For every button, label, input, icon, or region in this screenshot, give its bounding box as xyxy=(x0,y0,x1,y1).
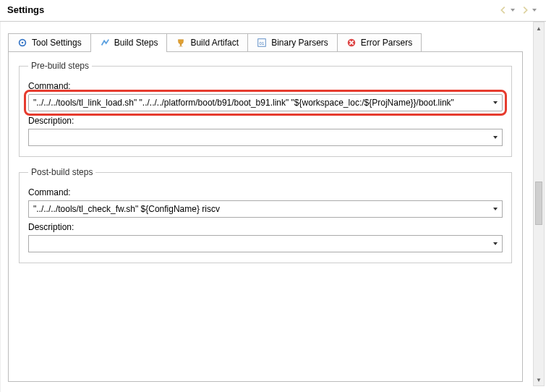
chevron-down-icon xyxy=(532,7,537,13)
post-build-legend: Post-build steps xyxy=(28,167,95,177)
svg-text:01: 01 xyxy=(260,41,265,46)
tab-error-parsers[interactable]: Error Parsers xyxy=(337,33,422,51)
arrow-left-icon xyxy=(498,5,508,15)
tab-build-steps[interactable]: Build Steps xyxy=(90,33,168,51)
pre-build-legend: Pre-build steps xyxy=(28,61,92,71)
chevron-down-icon[interactable] xyxy=(489,135,502,140)
tab-binary-parsers[interactable]: 01 Binary Parsers xyxy=(247,33,338,51)
vertical-scrollbar[interactable]: ▲ ▼ xyxy=(533,22,545,386)
page-title: Settings xyxy=(7,4,44,15)
nav-back-button[interactable] xyxy=(497,4,517,17)
post-build-description-label: Description: xyxy=(28,222,503,232)
scroll-down-icon[interactable]: ▼ xyxy=(534,374,544,385)
post-build-command-label: Command: xyxy=(28,187,503,197)
post-build-description-input[interactable] xyxy=(29,239,489,249)
tab-tool-settings[interactable]: Tool Settings xyxy=(8,33,91,51)
scroll-up-icon[interactable]: ▲ xyxy=(534,22,544,34)
pre-build-description-label: Description: xyxy=(28,116,503,126)
nav-forward-button[interactable] xyxy=(519,4,539,17)
tab-label: Error Parsers xyxy=(361,38,412,48)
pre-build-description-input[interactable] xyxy=(29,132,489,142)
tab-label: Build Steps xyxy=(114,38,158,48)
chevron-down-icon xyxy=(510,7,516,13)
post-build-group: Post-build steps Command: Description: xyxy=(19,167,512,263)
pre-build-description-combo[interactable] xyxy=(28,129,503,146)
post-build-description-combo[interactable] xyxy=(28,235,503,252)
pre-build-command-combo[interactable] xyxy=(28,94,503,111)
tab-label: Binary Parsers xyxy=(271,38,328,48)
binary-icon: 01 xyxy=(257,38,267,48)
svg-point-1 xyxy=(22,42,24,44)
trophy-icon xyxy=(176,38,186,48)
tab-label: Tool Settings xyxy=(32,38,82,48)
post-build-command-input[interactable] xyxy=(29,204,489,214)
history-nav xyxy=(497,4,539,17)
build-steps-icon xyxy=(100,38,110,48)
tab-label: Build Artifact xyxy=(190,38,239,48)
pre-build-group: Pre-build steps Command: Description: xyxy=(19,61,512,157)
arrow-right-icon xyxy=(520,5,530,15)
error-icon xyxy=(346,38,357,48)
pre-build-command-input[interactable] xyxy=(29,98,489,108)
chevron-down-icon[interactable] xyxy=(489,206,502,212)
scroll-thumb[interactable] xyxy=(535,182,542,225)
gear-icon xyxy=(17,38,27,48)
settings-tabs: Tool Settings Build Steps Build Artifact… xyxy=(8,33,523,52)
pre-build-command-label: Command: xyxy=(28,81,503,91)
chevron-down-icon[interactable] xyxy=(489,241,502,247)
chevron-down-icon[interactable] xyxy=(489,100,502,106)
tab-build-artifact[interactable]: Build Artifact xyxy=(166,33,248,51)
post-build-command-combo[interactable] xyxy=(28,200,503,218)
build-steps-pane: Pre-build steps Command: Description: Po… xyxy=(8,52,523,382)
